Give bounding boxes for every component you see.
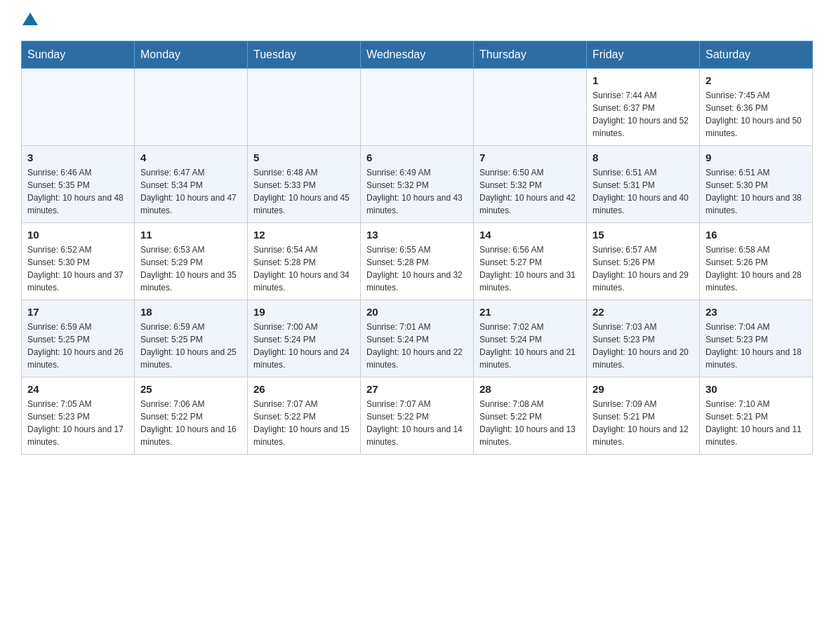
day-number: 30 xyxy=(706,383,807,395)
day-info: Sunrise: 6:51 AMSunset: 5:30 PMDaylight:… xyxy=(706,166,807,217)
calendar-cell: 4Sunrise: 6:47 AMSunset: 5:34 PMDaylight… xyxy=(135,146,248,223)
calendar-week-row: 17Sunrise: 6:59 AMSunset: 5:25 PMDayligh… xyxy=(22,300,813,377)
day-number: 18 xyxy=(140,306,241,318)
day-number: 6 xyxy=(366,152,468,163)
calendar-cell: 10Sunrise: 6:52 AMSunset: 5:30 PMDayligh… xyxy=(22,223,135,300)
day-info: Sunrise: 6:47 AMSunset: 5:34 PMDaylight:… xyxy=(140,166,241,217)
calendar-cell: 29Sunrise: 7:09 AMSunset: 5:21 PMDayligh… xyxy=(587,377,700,455)
day-number: 7 xyxy=(479,152,581,163)
calendar-cell: 27Sunrise: 7:07 AMSunset: 5:22 PMDayligh… xyxy=(361,377,474,455)
day-number: 25 xyxy=(140,383,241,395)
day-number: 12 xyxy=(253,229,355,241)
day-number: 20 xyxy=(366,306,468,318)
day-info: Sunrise: 6:56 AMSunset: 5:27 PMDaylight:… xyxy=(479,243,581,294)
calendar-cell: 2Sunrise: 7:45 AMSunset: 6:36 PMDaylight… xyxy=(700,69,813,146)
calendar-cell: 12Sunrise: 6:54 AMSunset: 5:28 PMDayligh… xyxy=(248,223,361,300)
logo-triangle-icon xyxy=(22,11,38,27)
day-number: 14 xyxy=(479,229,581,241)
calendar-week-row: 3Sunrise: 6:46 AMSunset: 5:35 PMDaylight… xyxy=(22,146,813,223)
day-number: 16 xyxy=(706,229,807,241)
calendar-cell: 16Sunrise: 6:58 AMSunset: 5:26 PMDayligh… xyxy=(700,223,813,300)
day-number: 28 xyxy=(479,383,581,395)
day-info: Sunrise: 6:51 AMSunset: 5:31 PMDaylight:… xyxy=(593,166,694,217)
day-number: 15 xyxy=(593,229,694,241)
calendar-cell: 5Sunrise: 6:48 AMSunset: 5:33 PMDaylight… xyxy=(248,146,361,223)
calendar-cell: 8Sunrise: 6:51 AMSunset: 5:31 PMDaylight… xyxy=(587,146,700,223)
weekday-header-tuesday: Tuesday xyxy=(248,41,361,69)
calendar-cell xyxy=(248,69,361,146)
svg-marker-0 xyxy=(22,13,38,25)
day-info: Sunrise: 6:57 AMSunset: 5:26 PMDaylight:… xyxy=(593,243,694,294)
day-number: 13 xyxy=(366,229,468,241)
calendar-cell: 3Sunrise: 6:46 AMSunset: 5:35 PMDaylight… xyxy=(22,146,135,223)
day-number: 1 xyxy=(593,74,694,86)
day-number: 5 xyxy=(253,152,355,163)
calendar-cell: 22Sunrise: 7:03 AMSunset: 5:23 PMDayligh… xyxy=(587,300,700,377)
day-number: 2 xyxy=(706,74,807,86)
weekday-header-saturday: Saturday xyxy=(700,41,813,69)
calendar-cell xyxy=(361,69,474,146)
day-info: Sunrise: 7:10 AMSunset: 5:21 PMDaylight:… xyxy=(706,398,807,448)
calendar-header-row: SundayMondayTuesdayWednesdayThursdayFrid… xyxy=(22,41,813,69)
day-info: Sunrise: 7:04 AMSunset: 5:23 PMDaylight:… xyxy=(706,321,807,371)
day-info: Sunrise: 6:48 AMSunset: 5:33 PMDaylight:… xyxy=(253,166,355,217)
day-info: Sunrise: 7:03 AMSunset: 5:23 PMDaylight:… xyxy=(593,321,694,371)
weekday-header-sunday: Sunday xyxy=(22,41,135,69)
calendar-cell: 23Sunrise: 7:04 AMSunset: 5:23 PMDayligh… xyxy=(700,300,813,377)
day-info: Sunrise: 7:07 AMSunset: 5:22 PMDaylight:… xyxy=(253,398,355,448)
day-info: Sunrise: 7:08 AMSunset: 5:22 PMDaylight:… xyxy=(479,398,581,448)
calendar-cell: 19Sunrise: 7:00 AMSunset: 5:24 PMDayligh… xyxy=(248,300,361,377)
day-info: Sunrise: 6:46 AMSunset: 5:35 PMDaylight:… xyxy=(27,166,128,217)
day-info: Sunrise: 6:52 AMSunset: 5:30 PMDaylight:… xyxy=(27,243,128,294)
day-number: 4 xyxy=(140,152,241,163)
day-info: Sunrise: 7:02 AMSunset: 5:24 PMDaylight:… xyxy=(479,321,581,371)
day-info: Sunrise: 7:01 AMSunset: 5:24 PMDaylight:… xyxy=(366,321,468,371)
calendar-table: SundayMondayTuesdayWednesdayThursdayFrid… xyxy=(21,41,813,455)
day-info: Sunrise: 6:55 AMSunset: 5:28 PMDaylight:… xyxy=(366,243,468,294)
calendar-cell: 21Sunrise: 7:02 AMSunset: 5:24 PMDayligh… xyxy=(474,300,587,377)
day-number: 17 xyxy=(27,306,128,318)
calendar-cell: 30Sunrise: 7:10 AMSunset: 5:21 PMDayligh… xyxy=(700,377,813,455)
calendar-cell: 28Sunrise: 7:08 AMSunset: 5:22 PMDayligh… xyxy=(474,377,587,455)
day-info: Sunrise: 7:45 AMSunset: 6:36 PMDaylight:… xyxy=(706,89,807,140)
day-number: 21 xyxy=(479,306,581,318)
calendar-cell: 11Sunrise: 6:53 AMSunset: 5:29 PMDayligh… xyxy=(135,223,248,300)
day-info: Sunrise: 7:00 AMSunset: 5:24 PMDaylight:… xyxy=(253,321,355,371)
calendar-cell: 6Sunrise: 6:49 AMSunset: 5:32 PMDaylight… xyxy=(361,146,474,223)
day-number: 26 xyxy=(253,383,355,395)
day-info: Sunrise: 6:50 AMSunset: 5:32 PMDaylight:… xyxy=(479,166,581,217)
calendar-cell: 1Sunrise: 7:44 AMSunset: 6:37 PMDaylight… xyxy=(587,69,700,146)
day-number: 10 xyxy=(27,229,128,241)
day-info: Sunrise: 6:59 AMSunset: 5:25 PMDaylight:… xyxy=(140,321,241,371)
day-info: Sunrise: 7:07 AMSunset: 5:22 PMDaylight:… xyxy=(366,398,468,448)
weekday-header-monday: Monday xyxy=(135,41,248,69)
weekday-header-thursday: Thursday xyxy=(474,41,587,69)
day-info: Sunrise: 6:49 AMSunset: 5:32 PMDaylight:… xyxy=(366,166,468,217)
day-number: 24 xyxy=(27,383,128,395)
weekday-header-wednesday: Wednesday xyxy=(361,41,474,69)
calendar-cell: 26Sunrise: 7:07 AMSunset: 5:22 PMDayligh… xyxy=(248,377,361,455)
calendar-cell: 7Sunrise: 6:50 AMSunset: 5:32 PMDaylight… xyxy=(474,146,587,223)
calendar-cell: 25Sunrise: 7:06 AMSunset: 5:22 PMDayligh… xyxy=(135,377,248,455)
logo xyxy=(21,14,38,27)
day-number: 29 xyxy=(593,383,694,395)
day-number: 11 xyxy=(140,229,241,241)
day-info: Sunrise: 7:44 AMSunset: 6:37 PMDaylight:… xyxy=(593,89,694,140)
weekday-header-friday: Friday xyxy=(587,41,700,69)
day-number: 19 xyxy=(253,306,355,318)
calendar-cell: 24Sunrise: 7:05 AMSunset: 5:23 PMDayligh… xyxy=(22,377,135,455)
day-number: 9 xyxy=(706,152,807,163)
calendar-cell: 13Sunrise: 6:55 AMSunset: 5:28 PMDayligh… xyxy=(361,223,474,300)
calendar-cell xyxy=(474,69,587,146)
day-info: Sunrise: 6:54 AMSunset: 5:28 PMDaylight:… xyxy=(253,243,355,294)
day-number: 8 xyxy=(593,152,694,163)
calendar-cell: 17Sunrise: 6:59 AMSunset: 5:25 PMDayligh… xyxy=(22,300,135,377)
calendar-week-row: 10Sunrise: 6:52 AMSunset: 5:30 PMDayligh… xyxy=(22,223,813,300)
day-info: Sunrise: 7:05 AMSunset: 5:23 PMDaylight:… xyxy=(27,398,128,448)
calendar-week-row: 1Sunrise: 7:44 AMSunset: 6:37 PMDaylight… xyxy=(22,69,813,146)
calendar-week-row: 24Sunrise: 7:05 AMSunset: 5:23 PMDayligh… xyxy=(22,377,813,455)
calendar-cell: 18Sunrise: 6:59 AMSunset: 5:25 PMDayligh… xyxy=(135,300,248,377)
day-number: 27 xyxy=(366,383,468,395)
calendar-cell xyxy=(135,69,248,146)
calendar-cell: 9Sunrise: 6:51 AMSunset: 5:30 PMDaylight… xyxy=(700,146,813,223)
